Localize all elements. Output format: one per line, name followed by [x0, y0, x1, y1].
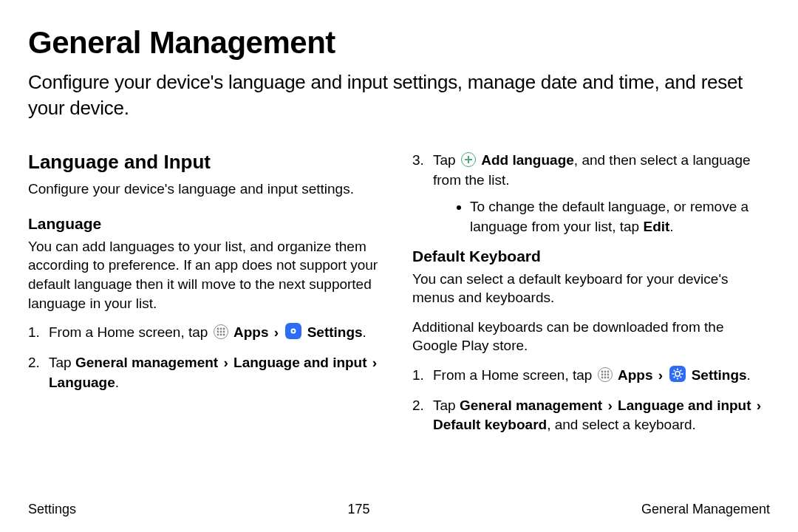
- svg-point-13: [604, 374, 606, 376]
- text: Tap: [433, 398, 460, 413]
- kb-step-2: Tap General management › Language and in…: [412, 396, 770, 435]
- chevron-right-icon: ›: [757, 398, 761, 413]
- add-icon: [461, 152, 476, 167]
- footer-left: Settings: [28, 502, 76, 517]
- section-heading: Language and Input: [28, 151, 386, 174]
- page-subtitle: Configure your device's language and inp…: [28, 69, 770, 121]
- settings-icon: [285, 323, 301, 339]
- svg-point-6: [216, 334, 219, 336]
- footer-page-number: 175: [76, 502, 641, 517]
- svg-line-23: [674, 370, 675, 372]
- svg-point-3: [216, 331, 219, 333]
- text: To change the default language, or remov…: [470, 199, 748, 234]
- language-heading: Language: [28, 215, 386, 233]
- period: .: [363, 324, 366, 340]
- svg-point-18: [675, 372, 680, 376]
- svg-line-25: [674, 377, 675, 378]
- language-steps: From a Home screen, tap Apps › Settings.…: [28, 323, 386, 392]
- svg-point-4: [219, 331, 222, 333]
- lang-step-2: Tap General management › Language and in…: [28, 353, 386, 392]
- settings-label: Settings: [307, 324, 363, 340]
- sub-bullets: To change the default language, or remov…: [433, 197, 770, 236]
- chevron-right-icon: ›: [372, 355, 377, 370]
- svg-point-0: [216, 328, 219, 330]
- svg-point-14: [607, 374, 609, 376]
- path-part: Default keyboard: [433, 417, 547, 432]
- svg-point-16: [604, 377, 606, 379]
- path-part: Language and input: [618, 398, 751, 413]
- language-steps-cont: Tap Add language, and then select a lang…: [412, 151, 770, 236]
- footer-right: General Management: [641, 502, 770, 517]
- period: .: [115, 375, 119, 390]
- apps-icon: [214, 324, 228, 339]
- path-part: General management: [75, 355, 218, 370]
- svg-point-10: [604, 371, 606, 373]
- text: Tap: [49, 355, 75, 370]
- edit-label: Edit: [643, 219, 669, 234]
- path-part: Language: [49, 375, 115, 390]
- chevron-right-icon: ›: [223, 355, 228, 370]
- left-column: Language and Input Configure your device…: [28, 151, 386, 446]
- svg-point-11: [607, 371, 609, 373]
- svg-point-9: [601, 371, 603, 373]
- kb-step-1: From a Home screen, tap Apps › Settings.: [412, 366, 770, 386]
- svg-point-1: [219, 328, 222, 330]
- period: .: [669, 219, 673, 234]
- settings-icon: [669, 366, 686, 382]
- svg-point-17: [607, 377, 609, 379]
- svg-point-15: [601, 377, 603, 379]
- text: , and select a keyboard.: [547, 417, 696, 432]
- svg-line-26: [681, 370, 682, 372]
- settings-label: Settings: [692, 367, 747, 383]
- content-columns: Language and Input Configure your device…: [28, 151, 770, 446]
- lang-step-3: Tap Add language, and then select a lang…: [412, 151, 770, 236]
- chevron-right-icon: ›: [274, 324, 279, 340]
- period: .: [747, 367, 751, 383]
- svg-point-8: [222, 334, 225, 336]
- section-desc: Configure your device's language and inp…: [28, 180, 386, 199]
- path-part: Language and input: [233, 355, 367, 370]
- keyboard-desc-1: You can select a default keyboard for yo…: [412, 270, 770, 307]
- svg-point-5: [222, 331, 225, 333]
- keyboard-desc-2: Additional keyboards can be downloaded f…: [412, 318, 770, 355]
- svg-point-7: [219, 334, 222, 336]
- apps-label: Apps: [618, 367, 653, 383]
- page-title: General Management: [28, 25, 770, 61]
- bullet-edit: To change the default language, or remov…: [470, 197, 770, 236]
- right-column: Tap Add language, and then select a lang…: [412, 151, 770, 446]
- apps-label: Apps: [233, 324, 269, 340]
- svg-line-24: [681, 377, 682, 378]
- language-desc: You can add languages to your list, and …: [28, 237, 386, 313]
- add-language-label: Add language: [481, 152, 574, 168]
- lang-step-1: From a Home screen, tap Apps › Settings.: [28, 323, 386, 343]
- apps-icon: [598, 367, 613, 382]
- text: From a Home screen, tap: [49, 324, 212, 340]
- path-part: General management: [460, 398, 602, 413]
- chevron-right-icon: ›: [658, 367, 663, 383]
- keyboard-steps: From a Home screen, tap Apps › Settings.…: [412, 366, 770, 435]
- text: From a Home screen, tap: [433, 367, 596, 383]
- page-footer: Settings 175 General Management: [28, 502, 770, 517]
- keyboard-heading: Default Keyboard: [412, 248, 770, 265]
- text: Tap: [433, 152, 460, 168]
- svg-point-12: [601, 374, 603, 376]
- svg-point-2: [222, 328, 225, 330]
- chevron-right-icon: ›: [607, 398, 612, 413]
- manual-page: General Management Configure your device…: [0, 0, 798, 532]
